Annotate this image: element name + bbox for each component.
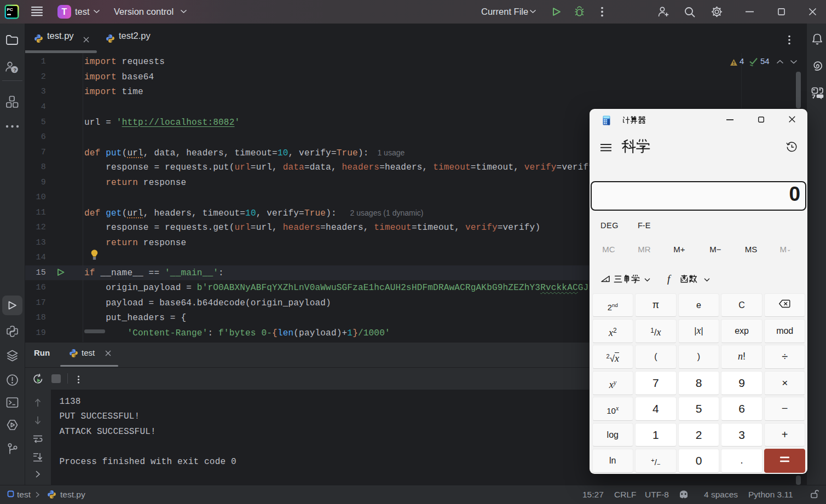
svg-text:?: ? [13, 67, 16, 73]
svg-text:PC: PC [7, 7, 13, 12]
